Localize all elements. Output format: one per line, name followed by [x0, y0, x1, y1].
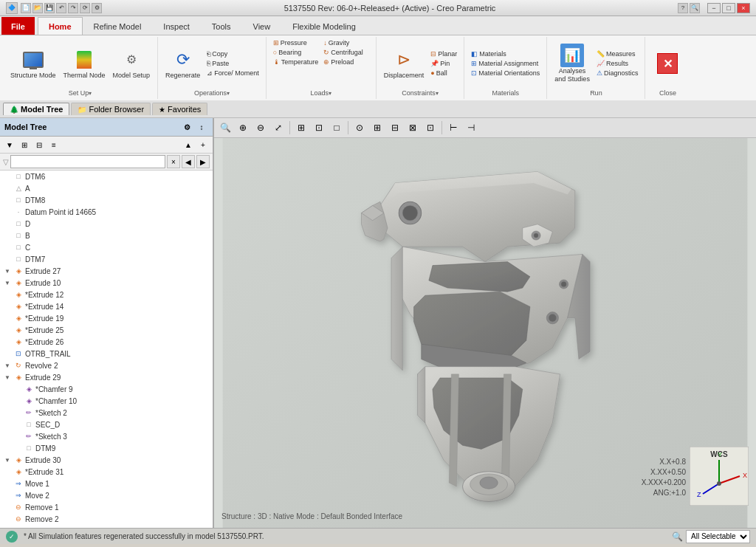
selectable-dropdown[interactable]: All Selectable [686, 530, 750, 543]
tab-inspect[interactable]: Inspect [152, 17, 200, 35]
tree-item[interactable]: ▼◈Extrude 10 [0, 277, 213, 289]
tree-layer-btn[interactable]: ≡ [47, 138, 61, 151]
tree-item[interactable]: ◈*Extrude 19 [0, 312, 213, 324]
tree-item[interactable]: ◈*Extrude 26 [0, 336, 213, 348]
undo-btn[interactable]: ↶ [56, 3, 66, 13]
constraints-group-label[interactable]: Constraints ▾ [381, 89, 460, 97]
tree-item[interactable]: ✏*Sketch 3 [0, 430, 213, 442]
tree-item[interactable]: ⊖Remove 2 [0, 513, 213, 525]
tree-nav-prev-btn[interactable]: ◀ [182, 155, 195, 168]
vp-extra-btn2[interactable]: ⊣ [463, 120, 479, 136]
operations-group-label[interactable]: Operations ▾ [162, 89, 261, 97]
materials-btn[interactable]: ◧ Materials [469, 49, 509, 58]
vp-zoom-in-btn[interactable]: ⊕ [235, 120, 251, 136]
tab-tools[interactable]: Tools [201, 17, 242, 35]
displacement-btn[interactable]: ⊳ Displacement [381, 44, 427, 83]
tree-item[interactable]: ◈*Extrude 14 [0, 300, 213, 312]
tree-item[interactable]: ◈*Extrude 31 [0, 466, 213, 478]
tree-item[interactable]: ◈*Chamfer 9 [0, 383, 213, 395]
tree-item[interactable]: □DTM9 [0, 442, 213, 454]
bearing-btn[interactable]: ○ Bearing [271, 48, 321, 57]
loads-group-label[interactable]: Loads ▾ [271, 89, 371, 97]
tree-item[interactable]: ⇒Move 2 [0, 489, 213, 501]
app-icon[interactable]: 🔷 [6, 2, 18, 14]
tree-search-clear-btn[interactable]: × [167, 155, 180, 168]
preload-btn[interactable]: ⊕ Preload [321, 58, 371, 66]
maximize-btn[interactable]: □ [722, 3, 735, 13]
vp-refit-btn[interactable]: ⊞ [293, 120, 309, 136]
tab-file[interactable]: File [1, 17, 35, 35]
tab-folder-browser[interactable]: 📁 Folder Browser [71, 103, 151, 115]
tree-expand-btn[interactable]: ⊞ [18, 138, 31, 151]
tree-item[interactable]: ◈*Extrude 12 [0, 289, 213, 300]
redo-btn[interactable]: ↷ [68, 3, 78, 13]
pressure-btn[interactable]: ⊞ Pressure [271, 38, 321, 47]
force-moment-btn[interactable]: ⊿ Force/ Moment [205, 69, 261, 78]
tree-item[interactable]: ▼◈Extrude 27 [0, 265, 213, 277]
tree-filter-btn[interactable]: ▼ [3, 138, 16, 151]
tree-item[interactable]: ⇒Move 1 [0, 478, 213, 489]
tab-refine-model[interactable]: Refine Model [83, 17, 153, 35]
minimize-btn[interactable]: − [707, 3, 721, 13]
tree-item[interactable]: ·Datum Point id 14665 [0, 206, 213, 218]
regenerate-btn[interactable]: ⟳ Regenerate [162, 44, 203, 83]
tree-nav-next-btn[interactable]: ▶ [196, 155, 210, 168]
vp-layer-btn[interactable]: ⊞ [369, 120, 385, 136]
gravity-btn[interactable]: ↓ Gravity [321, 38, 371, 47]
tree-item[interactable]: ◈*Extrude 25 [0, 324, 213, 336]
tree-item[interactable]: ◈Modify Analytic Surface 1 [0, 525, 213, 528]
copy-btn[interactable]: ⎗ Copy [205, 49, 261, 58]
paste-btn[interactable]: ⎘ Paste [205, 59, 261, 68]
vp-sim-btn[interactable]: ⊡ [422, 120, 439, 136]
tree-item[interactable]: □C [0, 241, 213, 253]
vp-extra-btn1[interactable]: ⊢ [445, 120, 461, 136]
tree-item[interactable]: △A [0, 182, 213, 194]
tree-search-input[interactable] [10, 155, 165, 168]
tree-item[interactable]: □DTM7 [0, 253, 213, 265]
vp-display-btn[interactable]: ⊟ [387, 120, 403, 136]
material-orientations-btn[interactable]: ⊡ Material Orientations [469, 69, 542, 78]
temperature-btn[interactable]: 🌡 Temperature [271, 58, 321, 66]
vp-zoom-fit-btn[interactable]: 🔍 [217, 120, 233, 136]
tree-item[interactable]: □DTM8 [0, 194, 213, 206]
vp-view-btn[interactable]: ⊡ [311, 120, 327, 136]
tree-item[interactable]: ▼◈Extrude 30 [0, 454, 213, 466]
tree-add-btn[interactable]: + [196, 138, 210, 151]
tree-item[interactable]: □SEC_D [0, 419, 213, 430]
centrifugal-btn[interactable]: ↻ Centrifugal [321, 48, 371, 57]
open-btn[interactable]: 📂 [32, 3, 43, 13]
tree-item[interactable]: ◈*Chamfer 10 [0, 395, 213, 407]
regen-btn[interactable]: ⟳ [80, 3, 90, 13]
planar-btn[interactable]: ⊟ Planar [428, 49, 459, 58]
tree-settings-btn[interactable]: ⚙ [180, 120, 193, 134]
tree-item[interactable]: ✏*Sketch 2 [0, 407, 213, 419]
vp-pan-btn[interactable]: ⤢ [270, 120, 286, 136]
thermal-node-btn[interactable]: Thermal Node [61, 44, 109, 83]
diagnostics-btn[interactable]: ⚠ Diagnostics [594, 69, 641, 78]
tree-options-btn[interactable]: ▲ [182, 138, 195, 151]
results-btn[interactable]: 📈 Results [594, 59, 641, 68]
tab-model-tree[interactable]: 🌲 Model Tree [3, 103, 69, 115]
tree-item[interactable]: □DTM6 [0, 171, 213, 182]
vp-section-btn[interactable]: ⊙ [351, 120, 368, 136]
model-setup-btn[interactable]: ⚙ Model Setup [110, 44, 154, 83]
close-window-btn[interactable]: × [737, 3, 750, 13]
tree-item[interactable]: ⊡OTRB_TRAIL [0, 348, 213, 359]
viewport-canvas[interactable]: Structure : 3D : Native Mode : Default B… [214, 138, 756, 528]
new-btn[interactable]: 📄 [21, 3, 31, 13]
vp-shading-btn[interactable]: □ [329, 120, 345, 136]
tree-item[interactable]: ▼↻Revolve 2 [0, 359, 213, 371]
settings-btn[interactable]: ⚙ [92, 3, 102, 13]
measures-btn[interactable]: 📏 Measures [594, 49, 641, 58]
tree-item[interactable]: □B [0, 230, 213, 241]
vp-explode-btn[interactable]: ⊠ [405, 120, 421, 136]
setup-group-label[interactable]: Set Up ▾ [7, 89, 153, 97]
search-icon[interactable]: 🔍 [690, 3, 700, 13]
save-btn[interactable]: 💾 [44, 3, 55, 13]
pin-btn[interactable]: 📌 Pin [428, 59, 459, 68]
tab-view[interactable]: View [242, 17, 282, 35]
tree-sort-btn[interactable]: ↕ [195, 120, 208, 134]
tree-item[interactable]: ⊖Remove 1 [0, 501, 213, 513]
tree-collapse-btn[interactable]: ⊟ [32, 138, 46, 151]
vp-zoom-out-btn[interactable]: ⊖ [252, 120, 269, 136]
